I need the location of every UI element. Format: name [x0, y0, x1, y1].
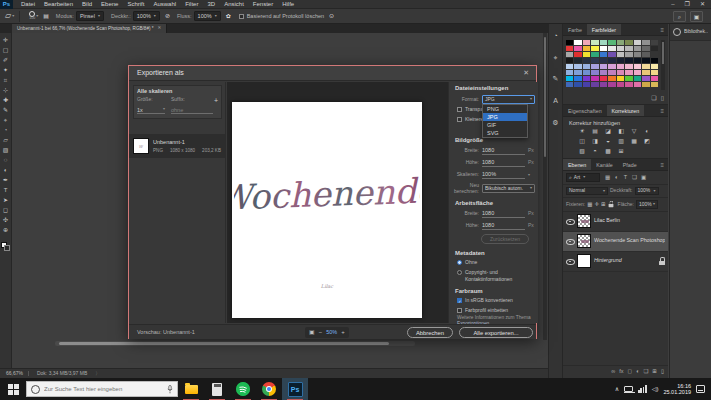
- color-swatch[interactable]: [591, 76, 598, 81]
- color-swatch[interactable]: [583, 46, 590, 51]
- color-swatch[interactable]: [574, 76, 581, 81]
- cancel-button[interactable]: Abbrechen: [407, 327, 453, 338]
- color-swatch[interactable]: [608, 58, 615, 63]
- color-swatch[interactable]: [608, 76, 615, 81]
- color-swatch[interactable]: [608, 52, 615, 57]
- color-swatch[interactable]: [574, 64, 581, 69]
- color-swatch[interactable]: [651, 70, 658, 75]
- volume-icon[interactable]: ◁): [652, 386, 659, 393]
- adjustment-icon[interactable]: ▧: [577, 147, 588, 155]
- color-swatch[interactable]: [583, 82, 590, 87]
- lock-option-icon[interactable]: ⊞: [601, 201, 606, 207]
- color-swatch[interactable]: [642, 46, 649, 51]
- color-swatch[interactable]: [642, 40, 649, 45]
- layer-row[interactable]: Hintergrund: [563, 252, 668, 272]
- new-swatch-icon[interactable]: ❏: [651, 95, 656, 102]
- color-swatch[interactable]: [625, 76, 632, 81]
- transparency-checkbox[interactable]: [457, 107, 462, 112]
- start-button[interactable]: [0, 378, 26, 400]
- layer-thumbnail[interactable]: [577, 214, 591, 228]
- blend-mode-select[interactable]: Normal▾: [566, 187, 608, 196]
- color-swatch[interactable]: [591, 58, 598, 63]
- layers-action-icon[interactable]: fx: [619, 368, 623, 374]
- layer-name[interactable]: Wochenende Scan Photoshop: [594, 238, 665, 244]
- fit-to-view-icon[interactable]: ▣: [309, 329, 315, 336]
- profile-checkbox[interactable]: [457, 308, 462, 313]
- color-swatch[interactable]: [608, 70, 615, 75]
- color-swatch[interactable]: [625, 40, 632, 45]
- tool-button[interactable]: ✚: [1, 96, 11, 105]
- color-swatch[interactable]: [617, 76, 624, 81]
- color-swatch[interactable]: [566, 82, 573, 87]
- layers-action-icon[interactable]: ⊞: [652, 368, 657, 374]
- color-swatch[interactable]: [642, 52, 649, 57]
- color-swatch[interactable]: [651, 46, 658, 51]
- color-swatch[interactable]: [617, 40, 624, 45]
- color-swatch[interactable]: [583, 40, 590, 45]
- swatch-scrollbar[interactable]: [661, 40, 665, 90]
- horizontal-scrollbar[interactable]: [55, 341, 415, 346]
- adjustment-icon[interactable]: ▩: [603, 147, 614, 155]
- smaller-file-checkbox[interactable]: [457, 117, 462, 122]
- layer-visibility-eye-icon[interactable]: [566, 217, 574, 225]
- menu-item[interactable]: 3D: [207, 1, 215, 8]
- menu-item[interactable]: Datei: [21, 1, 35, 8]
- color-swatch[interactable]: [600, 52, 607, 57]
- color-swatch[interactable]: [625, 64, 632, 69]
- layer-thumbnail[interactable]: [577, 254, 591, 268]
- resample-select[interactable]: Bikubisch autom.▾: [482, 184, 535, 193]
- tool-button[interactable]: ⌗: [1, 76, 11, 85]
- document-tab[interactable]: Unbenannt-1 bei 66,7% (Wochenende Scan P…: [12, 24, 167, 33]
- color-swatch[interactable]: [574, 40, 581, 45]
- color-swatch[interactable]: [566, 46, 573, 51]
- panel-dock-icon[interactable]: ⌖: [554, 54, 558, 62]
- export-file-item[interactable]: W Unbenannt-1 PNG 1080 x 1080 203,2 KB: [129, 134, 225, 158]
- color-swatch[interactable]: [608, 64, 615, 69]
- adjustment-icon[interactable]: ◓: [590, 147, 601, 155]
- tab-ebenen[interactable]: Ebenen: [563, 159, 591, 170]
- brush-panel-toggle-icon[interactable]: ▤: [43, 13, 49, 20]
- layer-visibility-eye-icon[interactable]: [566, 237, 574, 245]
- tool-button[interactable]: ✐: [1, 56, 11, 65]
- color-swatch[interactable]: [617, 64, 624, 69]
- adjustment-icon[interactable]: ◩: [642, 137, 653, 145]
- color-swatch[interactable]: [591, 64, 598, 69]
- color-swatch[interactable]: [600, 40, 607, 45]
- color-swatch[interactable]: [617, 82, 624, 87]
- network-signal-icon[interactable]: [638, 385, 647, 393]
- adjustment-icon[interactable]: ▽: [629, 127, 640, 135]
- taskbar-search[interactable]: [26, 381, 178, 397]
- tool-button[interactable]: ▢: [1, 46, 11, 55]
- canvas-width-input[interactable]: 1080: [482, 210, 525, 218]
- tool-button[interactable]: ✎: [1, 106, 11, 115]
- color-swatch[interactable]: [583, 76, 590, 81]
- color-swatch[interactable]: [583, 64, 590, 69]
- layer-visibility-eye-icon[interactable]: [566, 257, 574, 265]
- color-swatch[interactable]: [651, 58, 658, 63]
- color-swatch[interactable]: [600, 46, 607, 51]
- color-swatch[interactable]: [574, 58, 581, 63]
- lock-all-icon[interactable]: [608, 201, 613, 207]
- menu-item[interactable]: Schrift: [127, 1, 144, 8]
- meta-none-radio[interactable]: [457, 260, 462, 265]
- color-swatch[interactable]: [600, 70, 607, 75]
- adjustment-icon[interactable]: ☀: [577, 127, 588, 135]
- color-swatch[interactable]: [600, 76, 607, 81]
- menu-item[interactable]: Auswahl: [153, 1, 176, 8]
- color-swatch[interactable]: [651, 40, 658, 45]
- width-input[interactable]: 1080: [482, 147, 525, 155]
- panel-dock-icon[interactable]: A: [553, 97, 558, 105]
- color-swatch[interactable]: [583, 58, 590, 63]
- taskbar-clock[interactable]: 16:16 25.01.2019: [663, 383, 691, 396]
- tray-chevron-icon[interactable]: ∧: [615, 386, 619, 393]
- adjustment-icon[interactable]: ◨: [590, 137, 601, 145]
- panel-dock-icon[interactable]: ✎: [553, 75, 559, 83]
- layer-name[interactable]: Lilac Berlin: [594, 218, 665, 224]
- color-swatch[interactable]: [617, 58, 624, 63]
- tool-button[interactable]: ✒: [1, 176, 11, 185]
- adjustment-icon[interactable]: ◧: [616, 127, 627, 135]
- tab-farbe[interactable]: Farbe: [563, 24, 587, 35]
- delete-swatch-icon[interactable]: ▯: [661, 95, 664, 102]
- panel-dock-icon[interactable]: ◔: [553, 32, 557, 40]
- color-swatch[interactable]: [566, 58, 573, 63]
